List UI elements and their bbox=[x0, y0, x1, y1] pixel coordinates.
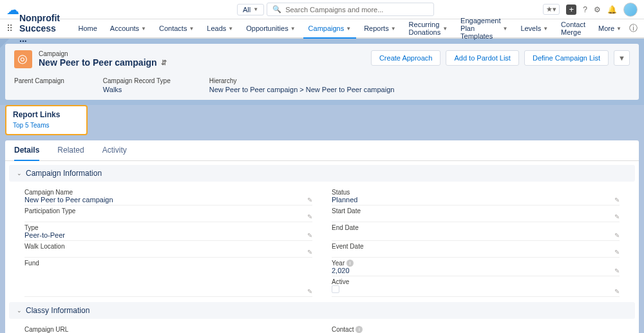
user-avatar[interactable] bbox=[623, 3, 638, 17]
global-search-input[interactable]: 🔍 Search Campaigns and more... bbox=[267, 3, 434, 16]
help-icon[interactable]: ? bbox=[583, 5, 587, 14]
record-type-label: Campaign Record Type bbox=[103, 77, 171, 84]
field-contact: Contacti bbox=[332, 324, 620, 333]
tab-related[interactable]: Related bbox=[57, 140, 84, 160]
field-fund: Fund✎ bbox=[24, 258, 312, 297]
report-links-panel: Report Links Top 5 Teams bbox=[5, 105, 88, 135]
edit-pencil-icon[interactable]: ✎ bbox=[307, 213, 312, 220]
search-icon: 🔍 bbox=[272, 5, 281, 14]
edit-pencil-icon[interactable]: ✎ bbox=[614, 232, 620, 239]
field-campaign-url: Campaign URL bbox=[24, 324, 312, 333]
global-actions-button[interactable]: + bbox=[566, 5, 576, 15]
nav-home[interactable]: Home bbox=[73, 19, 102, 38]
field-participation-type: Participation Type✎ bbox=[24, 205, 312, 222]
parent-campaign-label: Parent Campaign bbox=[14, 77, 64, 84]
chevron-down-icon: ▼ bbox=[141, 26, 146, 32]
define-campaign-list-button[interactable]: Define Campaign List bbox=[524, 50, 609, 66]
edit-pencil-icon[interactable]: ✎ bbox=[614, 249, 620, 256]
tab-activity[interactable]: Activity bbox=[102, 140, 127, 160]
chevron-down-icon: ▼ bbox=[346, 26, 351, 32]
nav-reports[interactable]: Reports▼ bbox=[359, 19, 401, 38]
record-type-value: Walks bbox=[103, 86, 171, 93]
section-classy-information[interactable]: ⌄ Classy Information bbox=[9, 302, 635, 319]
edit-pencil-icon[interactable]: ✎ bbox=[614, 288, 620, 295]
app-name: Nonprofit Success ... bbox=[19, 13, 61, 44]
field-walk-location: Walk Location✎ bbox=[24, 241, 312, 258]
edit-pencil-icon[interactable]: ✎ bbox=[614, 196, 620, 204]
report-links-title: Report Links bbox=[13, 110, 80, 119]
object-label: Campaign bbox=[39, 50, 167, 57]
edit-pencil-icon[interactable]: ✎ bbox=[614, 267, 620, 274]
info-icon[interactable]: ⓘ bbox=[629, 23, 638, 34]
detail-panel: Details Related Activity ⌄ Campaign Info… bbox=[5, 140, 639, 333]
chevron-down-icon: ▼ bbox=[290, 26, 296, 32]
section-campaign-information[interactable]: ⌄ Campaign Information bbox=[9, 165, 635, 182]
chevron-down-icon: ▼ bbox=[228, 26, 233, 32]
hierarchy-icon[interactable]: ⇵ bbox=[161, 59, 167, 67]
nav-campaigns[interactable]: Campaigns▼ bbox=[303, 19, 357, 39]
chevron-down-icon: ▼ bbox=[616, 26, 621, 32]
tab-details[interactable]: Details bbox=[14, 140, 39, 161]
chevron-down-icon: ⌄ bbox=[17, 170, 22, 176]
edit-pencil-icon[interactable]: ✎ bbox=[307, 232, 312, 239]
record-name: New Peer to Peer campaign⇵ bbox=[39, 57, 167, 68]
report-link-top-5-teams[interactable]: Top 5 Teams bbox=[13, 122, 80, 129]
nav-leads[interactable]: Leads▼ bbox=[202, 19, 238, 38]
chevron-down-icon: ▼ bbox=[189, 26, 194, 32]
hierarchy-label: Hierarchy bbox=[209, 77, 395, 84]
help-icon[interactable]: i bbox=[355, 326, 363, 333]
edit-pencil-icon[interactable]: ✎ bbox=[307, 249, 312, 256]
search-scope-selector[interactable]: All▼ bbox=[237, 4, 264, 15]
help-icon[interactable]: i bbox=[346, 260, 354, 267]
field-start-date: Start Date✎ bbox=[332, 205, 620, 222]
search-placeholder: Search Campaigns and more... bbox=[285, 6, 383, 14]
nav-recurring-donations[interactable]: Recurring Donations▼ bbox=[404, 19, 453, 38]
field-year: Yeari2,020✎ bbox=[332, 258, 620, 276]
hierarchy-value: New Peer to Peer campaign > New Peer to … bbox=[209, 86, 395, 93]
setup-gear-icon[interactable]: ⚙ bbox=[594, 5, 601, 14]
edit-pencil-icon[interactable]: ✎ bbox=[307, 196, 312, 204]
salesforce-logo: ☁ bbox=[6, 2, 19, 17]
nav-more[interactable]: More▼ bbox=[593, 19, 627, 38]
chevron-down-icon: ⌄ bbox=[17, 307, 22, 314]
field-status: StatusPlanned✎ bbox=[332, 187, 620, 205]
chevron-down-icon: ▼ bbox=[502, 26, 507, 32]
active-checkbox[interactable] bbox=[332, 285, 339, 293]
chevron-down-icon: ▼ bbox=[442, 26, 448, 32]
record-header: Campaign New Peer to Peer campaign⇵ Crea… bbox=[5, 44, 639, 100]
nav-contacts[interactable]: Contacts▼ bbox=[154, 19, 199, 38]
chevron-down-icon: ▼ bbox=[543, 26, 548, 32]
app-launcher-icon[interactable]: ⠿ bbox=[6, 23, 13, 33]
nav-levels[interactable]: Levels▼ bbox=[515, 19, 553, 38]
field-type: TypePeer-to-Peer✎ bbox=[24, 222, 312, 241]
notifications-bell-icon[interactable]: 🔔 bbox=[607, 5, 617, 14]
favorites-button[interactable]: ★▾ bbox=[543, 4, 560, 15]
more-actions-button[interactable]: ▼ bbox=[614, 50, 630, 66]
field-end-date: End Date✎ bbox=[332, 222, 620, 241]
nav-engagement-plan-templates[interactable]: Engagement Plan Templates▼ bbox=[455, 19, 513, 38]
field-campaign-name: Campaign NameNew Peer to Peer campaign✎ bbox=[24, 187, 312, 205]
chevron-down-icon: ▼ bbox=[391, 26, 396, 32]
chevron-down-icon: ▼ bbox=[253, 6, 258, 12]
create-approach-button[interactable]: Create Approach bbox=[371, 50, 441, 66]
add-to-pardot-list-button[interactable]: Add to Pardot List bbox=[446, 50, 518, 66]
nav-opportunities[interactable]: Opportunities▼ bbox=[241, 19, 300, 38]
nav-accounts[interactable]: Accounts▼ bbox=[105, 19, 151, 38]
field-active: Active✎ bbox=[332, 276, 620, 297]
edit-pencil-icon[interactable]: ✎ bbox=[614, 213, 620, 220]
edit-pencil-icon[interactable]: ✎ bbox=[307, 288, 312, 295]
campaign-object-icon bbox=[14, 50, 32, 68]
nav-contact-merge[interactable]: Contact Merge bbox=[556, 19, 591, 38]
field-event-date: Event Date✎ bbox=[332, 241, 620, 258]
